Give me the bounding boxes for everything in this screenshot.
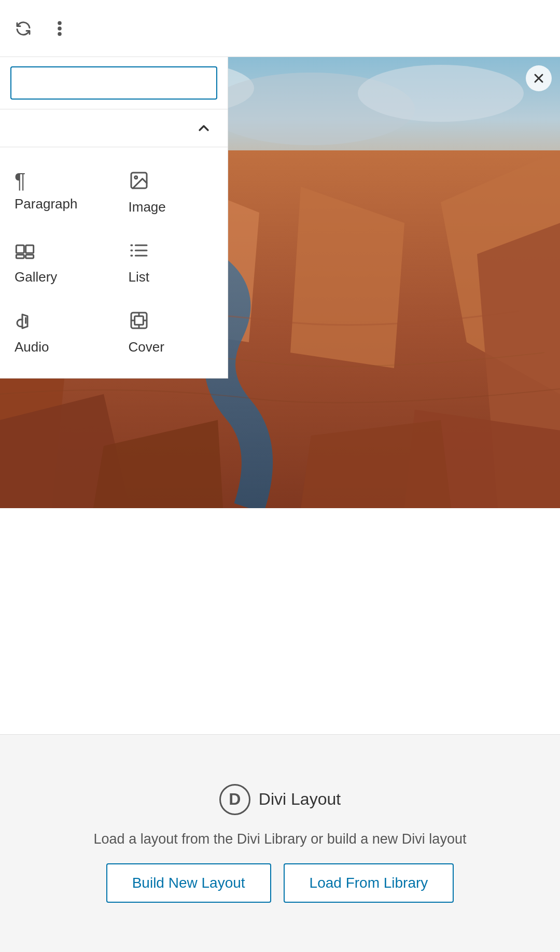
divi-logo-icon: D xyxy=(219,784,250,815)
block-item-list[interactable]: List xyxy=(114,228,228,298)
close-button[interactable] xyxy=(526,65,552,91)
block-item-audio[interactable]: Audio xyxy=(0,298,114,368)
svg-point-2 xyxy=(59,33,61,35)
build-new-layout-button[interactable]: Build New Layout xyxy=(106,863,271,903)
block-item-gallery[interactable]: Gallery xyxy=(0,228,114,298)
search-box xyxy=(0,57,228,109)
block-inserter-panel: ¶ Paragraph Image xyxy=(0,57,228,379)
image-label: Image xyxy=(129,199,166,215)
block-item-cover[interactable]: Cover xyxy=(114,298,228,368)
image-icon xyxy=(129,170,149,194)
gallery-label: Gallery xyxy=(15,269,57,285)
toolbar xyxy=(0,0,560,57)
svg-point-20 xyxy=(134,176,137,179)
panel-header xyxy=(0,109,228,147)
cover-icon xyxy=(129,310,149,334)
gallery-icon xyxy=(15,240,35,264)
audio-label: Audio xyxy=(15,339,49,355)
block-grid: ¶ Paragraph Image xyxy=(0,147,228,378)
paragraph-icon: ¶ xyxy=(15,170,25,191)
svg-rect-21 xyxy=(16,245,24,253)
collapse-panel-button[interactable] xyxy=(190,115,217,142)
divi-buttons: Build New Layout Load From Library xyxy=(106,863,454,903)
svg-point-0 xyxy=(59,22,61,24)
block-item-paragraph[interactable]: ¶ Paragraph xyxy=(0,158,114,228)
list-label: List xyxy=(129,269,149,285)
more-options-button[interactable] xyxy=(41,10,78,47)
refresh-button[interactable] xyxy=(5,10,41,47)
block-search-input[interactable] xyxy=(10,66,217,100)
svg-rect-33 xyxy=(134,316,143,325)
svg-point-1 xyxy=(59,27,61,30)
svg-rect-22 xyxy=(26,245,34,253)
divi-title: Divi Layout xyxy=(259,790,341,809)
cover-label: Cover xyxy=(129,339,164,355)
load-from-library-button[interactable]: Load From Library xyxy=(284,863,454,903)
audio-icon xyxy=(15,310,35,334)
list-icon xyxy=(129,240,149,264)
divi-layout-section: D Divi Layout Load a layout from the Div… xyxy=(0,734,560,952)
svg-point-7 xyxy=(358,65,524,122)
svg-rect-24 xyxy=(26,255,34,258)
paragraph-label: Paragraph xyxy=(15,196,77,212)
svg-rect-23 xyxy=(16,255,24,258)
divi-header: D Divi Layout xyxy=(219,784,341,815)
block-item-image[interactable]: Image xyxy=(114,158,228,228)
divi-description: Load a layout from the Divi Library or b… xyxy=(94,830,467,849)
